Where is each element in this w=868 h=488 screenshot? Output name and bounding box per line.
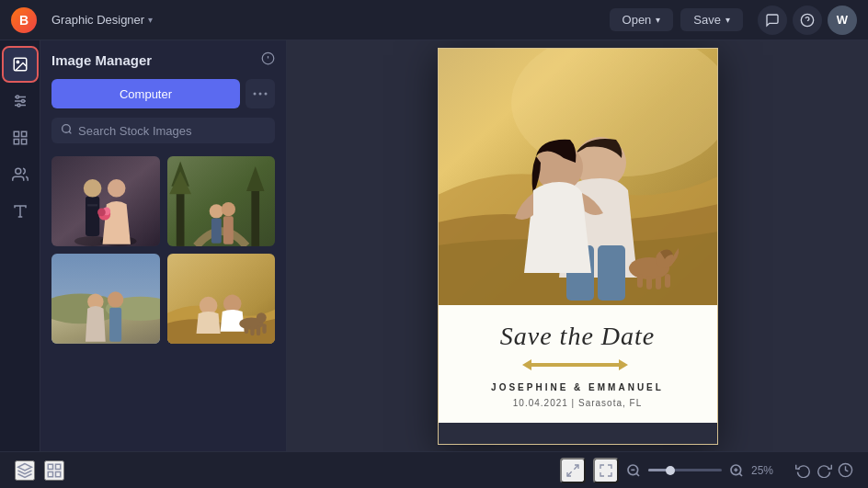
layers-button[interactable] bbox=[15, 460, 35, 481]
zoom-in-button[interactable] bbox=[729, 463, 744, 478]
svg-rect-71 bbox=[656, 276, 661, 289]
icon-bar bbox=[0, 40, 40, 451]
sidebar-item-images[interactable] bbox=[4, 48, 37, 81]
panel-title: Image Manager bbox=[51, 52, 152, 68]
undo-button[interactable] bbox=[795, 462, 811, 478]
svg-rect-10 bbox=[14, 131, 18, 136]
svg-line-24 bbox=[69, 131, 71, 133]
list-item[interactable] bbox=[51, 254, 160, 344]
svg-rect-57 bbox=[244, 323, 247, 334]
search-icon bbox=[61, 123, 73, 138]
svg-point-20 bbox=[254, 93, 257, 96]
list-item[interactable] bbox=[51, 156, 160, 246]
sidebar-item-people[interactable] bbox=[4, 158, 37, 191]
svg-rect-65 bbox=[598, 245, 625, 301]
svg-rect-60 bbox=[262, 323, 266, 334]
list-item[interactable] bbox=[167, 156, 276, 246]
open-button[interactable]: Open ▾ bbox=[610, 8, 674, 31]
search-placeholder-text: Search Stock Images bbox=[78, 124, 192, 138]
svg-rect-13 bbox=[21, 140, 26, 144]
svg-point-9 bbox=[17, 104, 20, 107]
svg-rect-51 bbox=[109, 308, 121, 342]
svg-rect-72 bbox=[665, 274, 670, 288]
panel-header: Image Manager bbox=[51, 51, 275, 68]
main-area: Image Manager Computer bbox=[0, 40, 868, 451]
svg-rect-77 bbox=[48, 471, 52, 476]
svg-rect-70 bbox=[646, 276, 652, 289]
sidebar-item-adjust[interactable] bbox=[4, 85, 37, 118]
svg-point-14 bbox=[15, 168, 20, 174]
info-icon[interactable] bbox=[261, 51, 275, 68]
image-panel: Image Manager Computer bbox=[40, 40, 287, 451]
app-name-dropdown[interactable]: Graphic Designer ▾ bbox=[44, 9, 160, 30]
svg-point-3 bbox=[17, 61, 18, 62]
svg-rect-30 bbox=[87, 204, 97, 206]
svg-point-34 bbox=[97, 209, 106, 217]
zoom-out-button[interactable] bbox=[626, 463, 641, 478]
more-options-button[interactable] bbox=[246, 79, 275, 108]
app-logo: B bbox=[11, 7, 37, 33]
svg-point-21 bbox=[259, 93, 262, 96]
svg-rect-58 bbox=[250, 325, 254, 335]
resize-button[interactable] bbox=[593, 458, 619, 483]
bottom-bar: 25% bbox=[0, 451, 868, 488]
search-stock-images-button[interactable]: Search Stock Images bbox=[51, 118, 275, 143]
svg-point-22 bbox=[265, 93, 268, 96]
bottom-bar-right: 25% bbox=[560, 458, 853, 483]
history-button[interactable] bbox=[838, 462, 853, 478]
svg-point-23 bbox=[63, 125, 71, 133]
panel-tab-row: Computer bbox=[51, 79, 275, 108]
bottom-bar-left bbox=[15, 460, 64, 481]
svg-rect-42 bbox=[211, 218, 221, 243]
svg-point-56 bbox=[256, 312, 266, 323]
computer-tab-button[interactable]: Computer bbox=[51, 79, 240, 108]
svg-rect-59 bbox=[256, 325, 259, 335]
svg-rect-28 bbox=[86, 197, 99, 237]
svg-rect-12 bbox=[14, 140, 18, 144]
user-avatar[interactable]: W bbox=[828, 6, 857, 35]
topbar-icons: W bbox=[758, 6, 857, 35]
app-name-chevron: ▾ bbox=[148, 15, 153, 25]
svg-point-29 bbox=[84, 179, 102, 198]
card-text-section: Save the Date JOSEPHINE & EMMANUEL 10.04… bbox=[438, 305, 718, 423]
svg-rect-76 bbox=[56, 464, 61, 469]
svg-marker-73 bbox=[522, 359, 628, 370]
image-grid bbox=[51, 156, 275, 344]
svg-point-31 bbox=[108, 179, 126, 198]
sidebar-item-text[interactable] bbox=[4, 195, 37, 228]
svg-line-82 bbox=[636, 473, 639, 476]
svg-marker-74 bbox=[18, 463, 32, 471]
svg-rect-69 bbox=[637, 274, 643, 288]
redo-button[interactable] bbox=[817, 462, 832, 478]
card-couple-names: JOSEPHINE & EMMANUEL bbox=[491, 382, 664, 392]
svg-point-8 bbox=[21, 100, 24, 103]
save-button[interactable]: Save ▾ bbox=[680, 8, 743, 31]
sidebar-item-layout[interactable] bbox=[4, 121, 37, 154]
card-photo-section bbox=[438, 48, 718, 305]
message-button[interactable] bbox=[758, 6, 787, 35]
grid-view-button[interactable] bbox=[44, 460, 64, 481]
bottom-action-buttons bbox=[795, 462, 853, 478]
list-item[interactable] bbox=[167, 254, 276, 344]
card-save-date-title: Save the Date bbox=[500, 322, 656, 351]
card-date-location: 10.04.2021 | Sarasota, FL bbox=[513, 398, 642, 408]
svg-rect-78 bbox=[56, 471, 61, 476]
svg-line-79 bbox=[574, 465, 578, 470]
help-button[interactable] bbox=[793, 6, 822, 35]
svg-rect-11 bbox=[21, 131, 26, 136]
svg-point-7 bbox=[16, 96, 18, 98]
canvas-area: Save the Date JOSEPHINE & EMMANUEL 10.04… bbox=[287, 40, 868, 451]
svg-point-50 bbox=[108, 291, 123, 307]
svg-point-43 bbox=[221, 202, 234, 216]
card-photo bbox=[438, 48, 718, 305]
design-canvas[interactable]: Save the Date JOSEPHINE & EMMANUEL 10.04… bbox=[438, 48, 718, 445]
topbar: B Graphic Designer ▾ Open ▾ Save ▾ W bbox=[0, 0, 868, 40]
svg-rect-44 bbox=[223, 216, 233, 244]
app-name-label: Graphic Designer bbox=[51, 13, 144, 27]
svg-point-41 bbox=[209, 204, 223, 218]
fit-canvas-button[interactable] bbox=[560, 458, 586, 483]
card-arrow-decoration bbox=[522, 357, 633, 377]
zoom-slider[interactable] bbox=[648, 469, 722, 471]
svg-line-80 bbox=[567, 471, 572, 476]
zoom-level: 25% bbox=[751, 464, 781, 477]
